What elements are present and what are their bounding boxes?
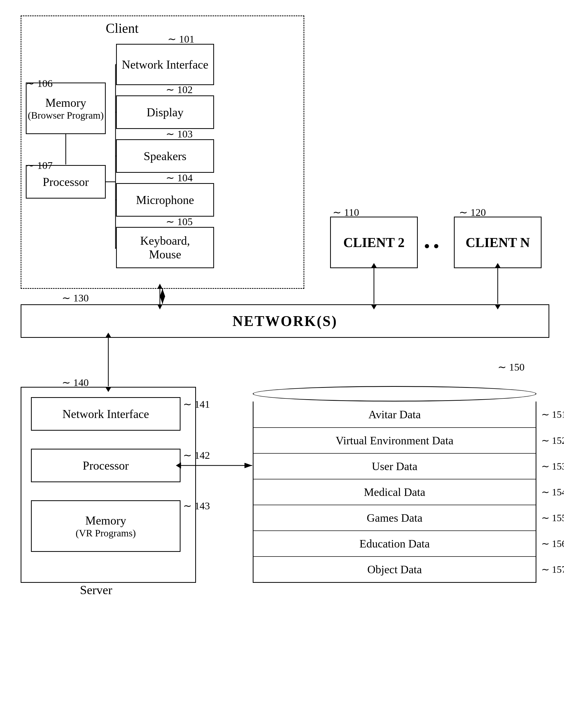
network-box: NETWORK(S) [21, 304, 549, 338]
memory-line2: (Browser Program) [28, 110, 104, 121]
ref-103: ∼ 103 [166, 128, 193, 140]
memory-box: Memory (Browser Program) [26, 83, 106, 134]
keyboard-box: Keyboard, Mouse [116, 227, 214, 268]
db-row-3: Medical Data∼ 154 [254, 479, 536, 505]
ref-105: ∼ 105 [166, 216, 193, 228]
db-ref-0: ∼ 151 [541, 409, 564, 420]
ref-110: ∼ 110 [333, 206, 359, 218]
db-row-5: Education Data∼ 156 [254, 530, 536, 556]
database: ∼ 150 Avitar Data∼ 151Virtual Environmen… [253, 374, 536, 583]
microphone-label: Microphone [136, 193, 194, 207]
network-interface-box: Network Interface [116, 44, 214, 85]
client2-box: CLIENT 2 [330, 217, 418, 268]
ref-101: ∼ 101 [168, 33, 194, 45]
db-ref-6: ∼ 157 [541, 564, 564, 575]
ref-120: ∼ 120 [459, 206, 486, 218]
keyboard-line1: Keyboard, [140, 234, 190, 248]
network-interface-label: Network Interface [122, 58, 208, 71]
ref-106: ∼ 106 [26, 77, 53, 89]
client2-label: CLIENT 2 [343, 235, 404, 250]
ref-102: ∼ 102 [166, 84, 193, 96]
db-row-1: Virtual Environment Data∼ 152 [254, 427, 536, 453]
db-ref-5: ∼ 156 [541, 538, 564, 549]
server-network-interface-label: Network Interface [62, 407, 149, 421]
display-label: Display [146, 105, 183, 119]
speakers-label: Speakers [144, 149, 186, 163]
memory-line1: Memory [28, 96, 104, 110]
db-row-0: Avitar Data∼ 151 [254, 402, 536, 427]
ellipsis: • • [424, 237, 439, 255]
server-memory-box: Memory (VR Programs) [31, 500, 181, 552]
server-processor-box: Processor [31, 449, 181, 482]
ref-130: ∼ 130 [62, 292, 89, 304]
processor-label: Processor [43, 175, 89, 189]
ref-141: ∼ 141 [183, 398, 210, 410]
db-ref-4: ∼ 155 [541, 512, 564, 523]
ref-140: ∼ 140 [62, 377, 89, 389]
network-label: NETWORK(S) [232, 313, 337, 329]
display-box: Display [116, 95, 214, 129]
db-row-6: Object Data∼ 157 [254, 556, 536, 582]
cylinder-body: Avitar Data∼ 151Virtual Environment Data… [253, 402, 536, 583]
clientn-label: CLIENT N [465, 235, 530, 250]
ref-150: ∼ 150 [498, 361, 564, 373]
db-ref-1: ∼ 152 [541, 435, 564, 446]
db-row-4: Games Data∼ 155 [254, 505, 536, 530]
keyboard-line2: Mouse [140, 248, 190, 261]
ref-143: ∼ 143 [183, 500, 210, 512]
cylinder-top [253, 386, 536, 402]
server-processor-label: Processor [83, 459, 129, 472]
server-network-interface-box: Network Interface [31, 397, 181, 431]
db-ref-2: ∼ 153 [541, 461, 564, 472]
server-label: Server [80, 583, 112, 597]
ref-104: ∼ 104 [166, 172, 193, 184]
ref-142: ∼ 142 [183, 449, 210, 461]
client1-label: Client [106, 21, 138, 36]
speakers-box: Speakers [116, 139, 214, 173]
clientn-box: CLIENT N [454, 217, 542, 268]
db-row-2: User Data∼ 153 [254, 453, 536, 479]
db-ref-3: ∼ 154 [541, 486, 564, 498]
server-memory-line1: Memory [76, 514, 136, 527]
microphone-box: Microphone [116, 183, 214, 217]
ref-107: ∼ 107 [26, 159, 53, 171]
server-memory-line2: (VR Programs) [76, 527, 136, 539]
